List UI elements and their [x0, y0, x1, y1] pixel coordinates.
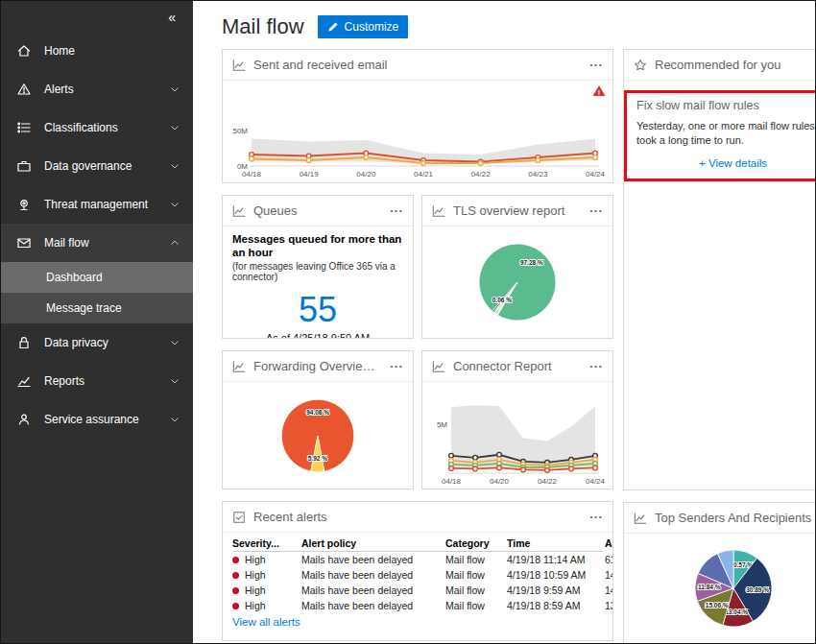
reports-icon — [16, 373, 32, 389]
severity-dot — [232, 587, 239, 594]
dashboard-right-column: Recommended for you ... Fix slow mail fl… — [623, 49, 815, 643]
queues-subheading: (for messages leaving Office 365 via a c… — [232, 261, 403, 282]
governance-icon — [16, 158, 32, 174]
alert-cell-category: Mail flow — [445, 584, 507, 596]
cards-row: Queues ... Messages queued for more than… — [222, 195, 613, 339]
severity-label: High — [245, 569, 266, 581]
sidebar-item-data-privacy[interactable]: Data privacy — [1, 323, 193, 362]
page-header: Mail flow Customize — [222, 14, 805, 39]
card-header: Forwarding Overview Rep... ... — [223, 351, 413, 382]
alerts-column-header-1[interactable]: Alert policy — [301, 537, 445, 549]
page-title: Mail flow — [222, 14, 304, 39]
sidebar-item-reports[interactable]: Reports — [1, 362, 193, 400]
card-menu-button[interactable]: ... — [589, 59, 603, 71]
alert-icon — [16, 82, 32, 97]
view-details-link[interactable]: + View details — [636, 157, 815, 169]
alerts-column-header-2[interactable]: Category — [445, 537, 507, 549]
svg-text:04/22: 04/22 — [471, 170, 492, 179]
svg-text:04/24: 04/24 — [586, 170, 606, 179]
pencil-icon — [327, 21, 339, 33]
svg-text:04/18: 04/18 — [442, 477, 462, 486]
alerts-column-header-4[interactable]: Activities... — [605, 537, 613, 549]
assurance-icon — [16, 412, 32, 427]
sidebar-item-alerts[interactable]: Alerts — [1, 70, 193, 108]
sidebar-item-classifications[interactable]: Classifications — [1, 108, 193, 147]
sidebar-item-home[interactable]: Home — [1, 32, 193, 70]
sidebar-item-dashboard[interactable]: Dashboard — [1, 262, 193, 293]
view-all-alerts-link[interactable]: View all alerts — [232, 616, 603, 628]
card-menu-button[interactable]: ... — [589, 511, 603, 523]
svg-text:50M: 50M — [232, 127, 248, 135]
tls-pie-chart: 97.28 %0.06 % — [422, 227, 612, 338]
card-connector-report: Connector Report ... 5M04/1804/2004/2204… — [421, 350, 613, 489]
alert-cell-category: Mail flow — [445, 554, 507, 565]
svg-text:5M: 5M — [437, 420, 447, 429]
card-header: TLS overview report ... — [422, 196, 612, 227]
recent-alerts-table: Severity...Alert policyCategoryTimeActiv… — [232, 536, 603, 613]
card-queues: Queues ... Messages queued for more than… — [222, 195, 414, 339]
alert-cell-activities: 6186 — [605, 554, 613, 565]
severity-dot — [232, 572, 239, 579]
app-window: « HomeAlertsClassificationsData governan… — [0, 0, 816, 644]
checkbox-icon — [232, 511, 246, 524]
main-content: Mail flow Customize Sent and received em… — [193, 1, 815, 643]
sidebar: « HomeAlertsClassificationsData governan… — [1, 1, 193, 643]
card-menu-button[interactable]: ... — [390, 204, 403, 217]
alerts-column-header-3[interactable]: Time — [507, 537, 605, 549]
card-menu-button[interactable]: ... — [589, 204, 603, 217]
recommendation-body: Yesterday, one or more mail flow rules t… — [636, 119, 815, 149]
sidebar-item-message-trace[interactable]: Message trace — [1, 293, 193, 323]
sidebar-item-service-assurance[interactable]: Service assurance — [1, 400, 193, 439]
threat-icon — [16, 197, 32, 212]
sidebar-item-label: Service assurance — [44, 413, 157, 426]
alert-row[interactable]: HighMails have been delayedMail flow4/19… — [232, 583, 603, 598]
sidebar-item-mail-flow[interactable]: Mail flow — [1, 224, 193, 262]
tls-overview-svg: 97.28 %0.06 % — [466, 230, 569, 334]
alert-row[interactable]: HighMails have been delayedMail flow4/19… — [232, 567, 603, 583]
sidebar-nav: HomeAlertsClassificationsData governance… — [1, 32, 193, 439]
collapse-sidebar-button[interactable]: « — [168, 11, 176, 24]
alert-cell-category: Mail flow — [445, 600, 507, 611]
dashboard-left-column: Sent and received email ... 50M0M04/1804… — [222, 49, 613, 643]
card-menu-button[interactable]: ... — [589, 360, 603, 372]
forwarding-pie-chart: 94.08 %5.92 % — [223, 382, 413, 489]
queues-count: 55 — [232, 290, 403, 330]
sidebar-item-label: Dashboard — [46, 271, 103, 284]
alert-row[interactable]: HighMails have been delayedMail flow4/19… — [232, 552, 603, 567]
sidebar-item-threat-management[interactable]: Threat management — [1, 185, 193, 224]
alert-cell-time: 4/19/18 8:59 AM — [507, 600, 605, 611]
line-chart-icon — [232, 59, 246, 72]
svg-text:!: ! — [598, 89, 600, 96]
alert-cell-policy: Mails have been delayed — [301, 554, 445, 565]
recent-alerts-body: Severity...Alert policyCategoryTimeActiv… — [223, 533, 612, 640]
card-title: Forwarding Overview Rep... — [253, 359, 382, 373]
queues-heading: Messages queued for more than an hour — [232, 232, 403, 260]
card-menu-button[interactable]: ... — [390, 360, 403, 372]
line-chart-icon — [232, 204, 246, 218]
alert-row[interactable]: HighMails have been delayedMail flow4/19… — [232, 598, 603, 613]
card-title: Top Senders And Recipients — [655, 511, 811, 525]
severity-dot — [232, 603, 239, 609]
sidebar-item-label: Threat management — [44, 198, 157, 211]
alert-cell-policy: Mails have been delayed — [301, 584, 445, 596]
svg-text:5.92 %: 5.92 % — [308, 454, 327, 461]
sidebar-item-label: Alerts — [44, 83, 157, 96]
svg-text:15.06 %: 15.06 % — [705, 602, 728, 608]
card-title: TLS overview report — [453, 203, 582, 218]
svg-text:30.89 %: 30.89 % — [746, 586, 769, 593]
cards-row: Forwarding Overview Rep... ... 94.08 %5.… — [222, 350, 613, 489]
sidebar-item-label: Classifications — [44, 121, 157, 134]
svg-text:97.28 %: 97.28 % — [520, 259, 543, 266]
alerts-column-header-0[interactable]: Severity... — [232, 537, 301, 549]
chevron-down-icon — [170, 338, 180, 347]
customize-button[interactable]: Customize — [318, 15, 409, 38]
chevron-down-icon — [170, 376, 180, 386]
card-recommended-for-you: Recommended for you ... Fix slow mail fl… — [623, 49, 815, 490]
svg-text:04/22: 04/22 — [538, 477, 558, 486]
home-icon — [16, 43, 32, 59]
chevron-up-icon — [170, 238, 180, 248]
chevron-down-icon — [170, 415, 180, 424]
sidebar-item-data-governance[interactable]: Data governance — [1, 147, 193, 185]
svg-text:04/20: 04/20 — [356, 170, 376, 179]
sidebar-item-label: Data governance — [44, 159, 157, 173]
